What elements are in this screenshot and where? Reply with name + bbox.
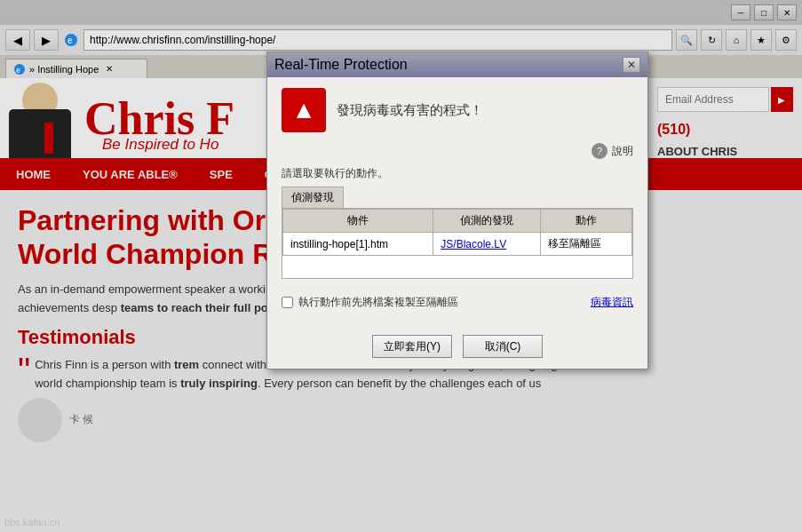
help-bar: ? 說明: [282, 143, 633, 159]
help-label: 說明: [612, 144, 633, 159]
dialog-buttons: 立即套用(Y) 取消(C): [282, 328, 633, 358]
dialog-title-bar: Real-Time Protection ✕: [267, 52, 647, 77]
col-header-object: 物件: [283, 210, 433, 233]
copy-checkbox[interactable]: [282, 297, 293, 308]
dialog-header: ▲ 發現病毒或有害的程式！: [282, 88, 633, 132]
row-action: 移至隔離區: [541, 233, 632, 256]
warning-text: 發現病毒或有害的程式！: [337, 102, 483, 119]
action-label: 請選取要執行的動作。: [282, 166, 633, 181]
warning-mark: ▲: [291, 96, 316, 124]
dialog-title: Real-Time Protection: [274, 57, 408, 73]
dialog-close-button[interactable]: ✕: [623, 57, 640, 73]
virus-info-link[interactable]: 病毒資訊: [591, 295, 633, 310]
row-detection-link[interactable]: JS/Blacole.LV: [433, 233, 541, 256]
cancel-button[interactable]: 取消(C): [463, 335, 543, 358]
col-header-action: 動作: [541, 210, 632, 233]
checkbox-section: 執行動作前先將檔案複製至隔離區 病毒資訊: [282, 288, 633, 317]
checkbox-row: 執行動作前先將檔案複製至隔離區: [282, 295, 458, 310]
checkbox-label: 執行動作前先將檔案複製至隔離區: [298, 295, 458, 310]
col-header-detection: 偵測的發現: [433, 210, 541, 233]
detection-table-wrapper: 物件 偵測的發現 動作 instilling-hope[1].htm JS/Bl…: [282, 208, 633, 279]
dialog-body: ▲ 發現病毒或有害的程式！ ? 說明 請選取要執行的動作。 偵測發現 物件 偵測…: [267, 77, 647, 369]
detection-table: 物件 偵測的發現 動作 instilling-hope[1].htm JS/Bl…: [282, 209, 632, 256]
row-object: instilling-hope[1].htm: [283, 233, 433, 256]
table-row: instilling-hope[1].htm JS/Blacole.LV 移至隔…: [283, 233, 632, 256]
apply-button[interactable]: 立即套用(Y): [372, 335, 452, 358]
detection-tab[interactable]: 偵測發現: [282, 187, 344, 208]
warning-icon: ▲: [282, 88, 326, 132]
realtime-protection-dialog: Real-Time Protection ✕ ▲ 發現病毒或有害的程式！ ? 說…: [266, 52, 648, 369]
help-button[interactable]: ?: [592, 143, 607, 159]
